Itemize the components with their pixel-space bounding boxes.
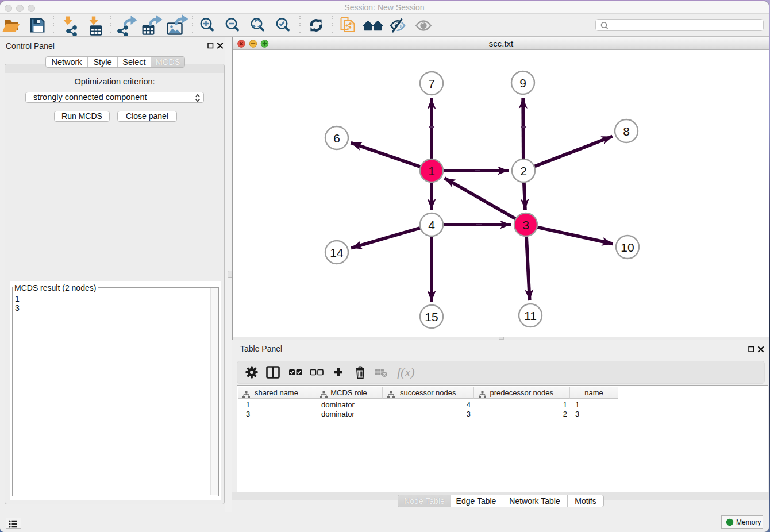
svg-text:2: 2 xyxy=(520,164,527,178)
svg-text:1: 1 xyxy=(428,164,435,178)
svg-text:4: 4 xyxy=(428,218,435,232)
svg-text:15: 15 xyxy=(425,310,438,323)
svg-text:7: 7 xyxy=(428,77,435,90)
svg-text:f(x): f(x) xyxy=(397,365,415,379)
svg-text:11: 11 xyxy=(524,309,537,322)
svg-text:6: 6 xyxy=(333,132,340,145)
svg-text:9: 9 xyxy=(519,76,526,90)
svg-text:8: 8 xyxy=(623,125,630,138)
svg-text:3: 3 xyxy=(522,218,529,232)
svg-text:10: 10 xyxy=(621,241,634,254)
svg-text:14: 14 xyxy=(330,246,344,259)
